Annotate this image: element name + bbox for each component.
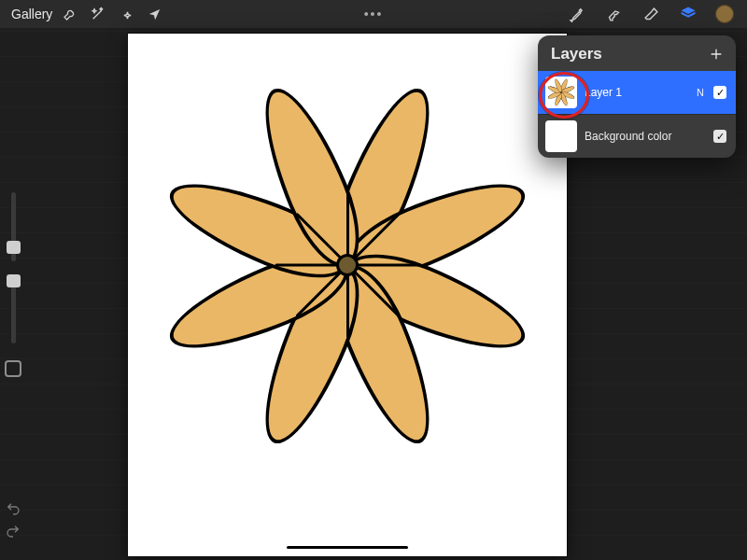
undo-redo-group bbox=[5, 500, 21, 539]
layer-row[interactable]: Background color ✓ bbox=[538, 115, 736, 158]
top-toolbar: Gallery ••• bbox=[0, 0, 747, 28]
flower-center bbox=[336, 254, 359, 276]
brush-size-thumb[interactable] bbox=[7, 241, 21, 254]
layer-thumbnail[interactable] bbox=[545, 77, 577, 108]
layer-name-label: Background color bbox=[585, 130, 697, 143]
brush-opacity-thumb[interactable] bbox=[7, 274, 21, 287]
canvas[interactable] bbox=[128, 34, 567, 556]
brush-icon[interactable] bbox=[566, 4, 586, 24]
wrench-icon[interactable] bbox=[60, 4, 80, 24]
layer-visibility-checkbox[interactable]: ✓ bbox=[713, 86, 726, 99]
layers-panel: Layers bbox=[538, 35, 736, 158]
layer-name-label: Layer 1 bbox=[585, 86, 689, 99]
gallery-button[interactable]: Gallery bbox=[11, 7, 52, 21]
layer-row[interactable]: Layer 1 N ✓ bbox=[538, 71, 736, 114]
color-well[interactable] bbox=[715, 5, 734, 23]
brush-size-slider[interactable] bbox=[11, 192, 16, 261]
layers-panel-header: Layers bbox=[538, 35, 736, 71]
undo-icon[interactable] bbox=[5, 500, 21, 517]
move-icon[interactable] bbox=[144, 4, 164, 24]
layers-icon[interactable] bbox=[678, 4, 698, 24]
wand-icon[interactable] bbox=[88, 4, 108, 24]
redo-icon[interactable] bbox=[5, 523, 21, 539]
brush-opacity-slider[interactable] bbox=[11, 274, 16, 343]
layer-thumbnail[interactable] bbox=[545, 120, 577, 152]
add-layer-button[interactable] bbox=[708, 46, 725, 63]
modify-icon[interactable] bbox=[5, 360, 21, 377]
title-ellipsis-icon[interactable]: ••• bbox=[364, 7, 384, 21]
layers-panel-title: Layers bbox=[551, 45, 602, 63]
home-indicator bbox=[287, 546, 408, 549]
select-icon[interactable] bbox=[116, 4, 136, 24]
workspace: Layers bbox=[0, 28, 747, 560]
layer-visibility-checkbox[interactable]: ✓ bbox=[713, 130, 726, 143]
top-toolbar-right bbox=[566, 4, 747, 24]
top-toolbar-left: Gallery bbox=[0, 4, 164, 24]
brush-sliders bbox=[6, 192, 21, 377]
smudge-icon[interactable] bbox=[603, 4, 624, 24]
blend-mode-indicator[interactable]: N bbox=[697, 87, 704, 98]
eraser-icon[interactable] bbox=[641, 4, 661, 24]
